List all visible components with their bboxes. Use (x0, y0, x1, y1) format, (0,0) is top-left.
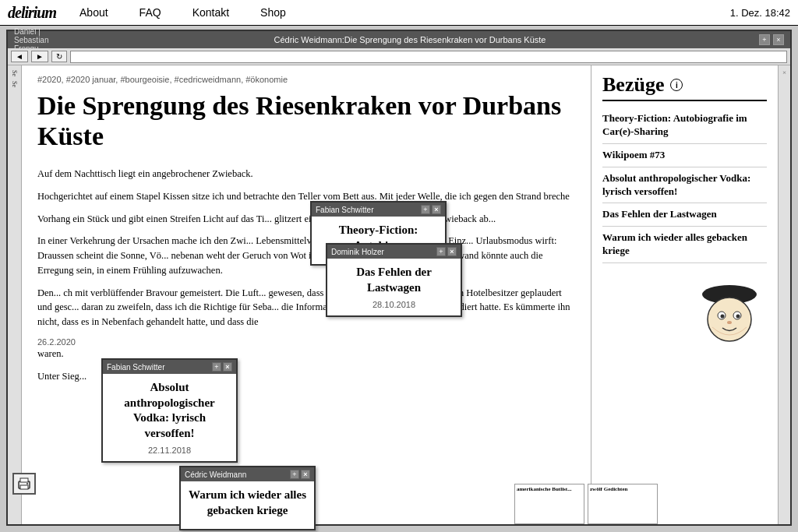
right-sidebar: Bezüge i Theory-Fiction: Autobiografie i… (591, 65, 778, 524)
popup-plus-4[interactable]: + (290, 470, 299, 479)
datetime: 1. Dez. 18:42 (730, 7, 790, 19)
bezuege-item-0[interactable]: Theory-Fiction: Autobiografie im Car(e)-… (602, 107, 767, 144)
article-title: Die Sprengung des Riesenkraken vor Durba… (37, 90, 575, 151)
nav-kontakt[interactable]: Kontakt (192, 6, 229, 19)
article-para-2: Hochgerichtet auf einem Stapel Kissen si… (37, 189, 575, 204)
browser-toolbar: ◄ ► ↻ (8, 48, 790, 65)
popup-date-3: 22.11.2018 (111, 446, 228, 455)
popup-buttons-1: + × (421, 205, 441, 214)
popup-close-3[interactable]: × (223, 362, 232, 372)
bezuege-item-3[interactable]: Das Fehlen der Lastwagen (602, 203, 767, 227)
svg-rect-1 (708, 290, 751, 294)
site-logo[interactable]: delirium (8, 4, 56, 22)
svg-rect-9 (20, 485, 28, 489)
browser-add-btn[interactable]: + (759, 34, 770, 45)
popup-title-4: Warum ich wieder alles gebacken kriege (189, 488, 306, 518)
illustration-face (697, 279, 763, 345)
svg-point-2 (708, 298, 751, 341)
right-edge: × (778, 65, 790, 524)
browser-titlebar: Daniel | Sebastian Frenqu... Cédric Weid… (8, 31, 790, 48)
popup-titlebar-3: Fabian Schwitter + × (103, 360, 236, 374)
popup-plus-3[interactable]: + (212, 362, 221, 372)
popup-date-2: 28.10.2018 (335, 300, 453, 309)
popup-lastwagen[interactable]: Dominik Holzer + × Das Fehlen der Lastwa… (326, 243, 462, 317)
popup-gebacken[interactable]: Cédric Weidmann + × Warum ich wieder all… (179, 466, 316, 530)
popup-author-4: Cédric Weidmann (185, 470, 246, 479)
popup-title-3: Absolut anthropologischer Vodka: lyrisch… (111, 380, 228, 441)
thumbnail-title-1: amerikanische Butlist... (515, 484, 584, 494)
article-para-5: Den... ch mit verblüffender Bravour geme… (37, 286, 575, 329)
svg-point-11 (26, 483, 28, 484)
popup-titlebar-1: Fabian Schwitter + × (312, 203, 445, 217)
right-edge-label: × (781, 69, 789, 76)
popup-author-3: Fabian Schwitter (107, 363, 164, 372)
popup-close-1[interactable]: × (432, 205, 441, 214)
browser-window-buttons: + × (759, 34, 784, 45)
article-para-3: Vorhang ein Stück und gibt einen Streife… (37, 212, 575, 227)
popup-author-2: Dominik Holzer (331, 248, 384, 256)
popup-content-3: Absolut anthropologischer Vodka: lyrisch… (103, 374, 236, 461)
forward-button[interactable]: ► (31, 51, 48, 62)
popup-titlebar-4: Cédric Weidmann + × (181, 467, 314, 481)
article-para-1: Auf dem Nachttisch liegt ein angebrochen… (37, 167, 575, 181)
popup-close-2[interactable]: × (447, 247, 457, 256)
bezuege-item-4[interactable]: Warum ich wieder alles gebacken kriege (602, 227, 767, 263)
bezuege-divider (602, 100, 767, 101)
popup-buttons-3: + × (212, 362, 232, 372)
popup-vodka[interactable]: Fabian Schwitter + × Absolut anthropolog… (101, 358, 238, 463)
thumbnail-2[interactable]: zwölf Gedichten (588, 484, 658, 524)
bezuege-title: Bezüge i (602, 73, 767, 97)
print-icon[interactable] (12, 473, 36, 495)
popup-plus-1[interactable]: + (421, 205, 430, 214)
sidebar-strip-item2: Se (9, 79, 19, 89)
left-sidebar: Se Se (8, 65, 22, 524)
url-bar[interactable] (70, 51, 787, 63)
nav-faq[interactable]: FAQ (139, 6, 161, 19)
reload-button[interactable]: ↻ (51, 51, 67, 62)
article-date: 26.2.2020 (37, 337, 575, 347)
popup-buttons-2: + × (436, 247, 457, 256)
popup-title-2: Das Fehlen der Lastwagen (335, 265, 453, 295)
popup-close-4[interactable]: × (301, 470, 310, 479)
article-tags: #2020, #2020 januar, #bourgeoisie, #cedr… (37, 75, 575, 84)
bezuege-item-2[interactable]: Absolut anthropologischer Vodka: lyrisch… (602, 167, 767, 204)
nav-shop[interactable]: Shop (260, 6, 286, 19)
svg-rect-10 (20, 478, 28, 482)
info-icon[interactable]: i (670, 79, 683, 91)
back-button[interactable]: ◄ (11, 51, 28, 62)
main-nav: About FAQ Kontakt Shop (79, 6, 730, 19)
popup-buttons-4: + × (290, 470, 310, 479)
svg-point-7 (727, 321, 732, 324)
browser-title: Cédric Weidmann:Die Sprengung des Riesen… (61, 35, 759, 44)
popup-content-4: Warum ich wieder alles gebacken kriege (181, 481, 314, 529)
thumbnail-1[interactable]: amerikanische Butlist... (514, 484, 584, 524)
popup-content-2: Das Fehlen der Lastwagen 28.10.2018 (327, 259, 461, 315)
bezuege-item-1[interactable]: Wikipoem #73 (602, 144, 767, 167)
thumbnail-title-2: zwölf Gedichten (588, 484, 657, 494)
sidebar-strip-item: Se (9, 69, 19, 78)
article-body: Auf dem Nachttisch liegt ein angebrochen… (37, 167, 575, 383)
popup-titlebar-2: Dominik Holzer + × (327, 245, 461, 259)
nav-about[interactable]: About (79, 6, 108, 19)
popup-author-1: Fabian Schwitter (316, 206, 373, 214)
browser-close-btn[interactable]: × (773, 34, 784, 45)
popup-plus-2[interactable]: + (436, 247, 446, 256)
article-para-4: In einer Verkehrung der Ursachen mache i… (37, 234, 575, 277)
svg-point-5 (721, 315, 725, 319)
svg-point-6 (736, 315, 740, 319)
